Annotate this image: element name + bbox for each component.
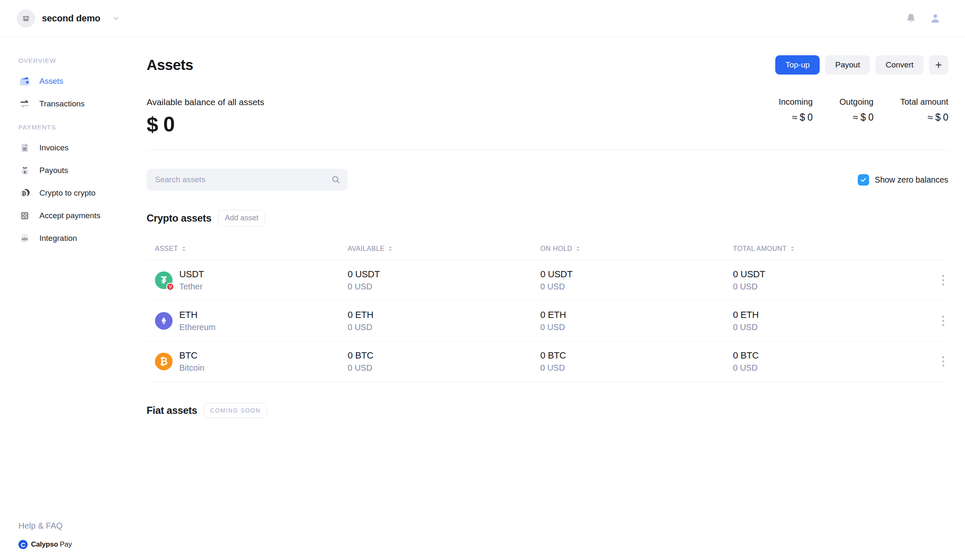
show-zero-balances-label: Show zero balances	[875, 175, 948, 185]
search-icon	[331, 175, 341, 185]
sidebar-item-assets[interactable]: Assets	[18, 70, 147, 93]
sidebar-item-label: Integration	[39, 234, 77, 243]
brand-name: CalypsoPay	[31, 540, 72, 549]
main-content: Assets Top-up Payout Convert + Available…	[147, 37, 965, 560]
eth-coin-icon	[155, 312, 173, 330]
sidebar: OVERVIEW Assets Transactions PAYMENTS	[0, 37, 147, 560]
top-bar: second demo	[0, 0, 965, 37]
sidebar-item-label: Crypto to crypto	[39, 188, 95, 198]
table-row-usdt: ₮ USDT Tether 0 USDT 0 USD	[147, 260, 948, 300]
coming-soon-badge: COMING SOON	[204, 403, 267, 418]
svg-text:</>: </>	[22, 237, 27, 241]
usdt-coin-icon: ₮	[155, 271, 173, 289]
account-avatar	[17, 9, 35, 28]
transfer-arrows-icon	[18, 98, 31, 110]
asset-symbol: BTC	[179, 350, 204, 361]
asset-name: Tether	[179, 282, 204, 292]
stat-incoming: Incoming ≈ $ 0	[779, 97, 813, 123]
search-input[interactable]	[147, 169, 348, 191]
row-menu-kebab-icon[interactable]	[942, 274, 945, 286]
asset-symbol: ETH	[179, 310, 216, 320]
table-row-btc: ₿ BTC Bitcoin 0 BTC 0 USD 0 BTC 0 USD 0	[147, 341, 948, 382]
money-bag-icon: s	[18, 164, 31, 177]
sidebar-section-overview: OVERVIEW	[18, 57, 147, 64]
row-menu-kebab-icon[interactable]	[942, 355, 945, 368]
calypso-logo-icon: C	[18, 540, 28, 549]
user-profile-icon[interactable]	[929, 12, 942, 25]
invoice-document-icon	[18, 142, 31, 154]
column-header-total-amount[interactable]: TOTAL AMOUNT	[733, 245, 926, 253]
help-faq-link[interactable]: Help & FAQ	[18, 521, 72, 531]
crypto-assets-title: Crypto assets	[147, 212, 212, 224]
sidebar-item-invoices[interactable]: Invoices	[18, 137, 147, 159]
notifications-bell-icon[interactable]	[905, 12, 917, 25]
fiat-assets-title: Fiat assets	[147, 405, 197, 416]
bitcoin-exchange-icon: ₿	[18, 187, 31, 199]
brand-logo: C CalypsoPay	[18, 540, 72, 549]
svg-text:₿: ₿	[22, 190, 26, 196]
sidebar-item-crypto-to-crypto[interactable]: ₿ Crypto to crypto	[18, 182, 147, 204]
tron-network-badge-icon	[166, 283, 174, 291]
convert-button[interactable]: Convert	[875, 55, 924, 75]
chevron-down-icon	[112, 15, 120, 22]
checkbox-checked-icon[interactable]	[858, 174, 869, 186]
sidebar-item-label: Accept payments	[39, 211, 101, 220]
column-header-asset[interactable]: ASSET	[147, 245, 348, 253]
table-row-eth: ETH Ethereum 0 ETH 0 USD 0 ETH 0 USD 0 E…	[147, 300, 948, 341]
sort-icon	[387, 245, 393, 252]
row-menu-kebab-icon[interactable]	[942, 315, 945, 327]
search-box	[147, 169, 348, 191]
stat-total-amount: Total amount ≈ $ 0	[900, 97, 948, 123]
sidebar-item-label: Invoices	[39, 143, 69, 152]
payout-button[interactable]: Payout	[825, 55, 870, 75]
sidebar-item-label: Payouts	[39, 166, 68, 175]
divider	[147, 150, 948, 150]
account-switcher[interactable]: second demo	[17, 9, 120, 28]
sidebar-item-integration[interactable]: </> Integration	[18, 227, 147, 250]
show-zero-balances-toggle[interactable]: Show zero balances	[858, 174, 948, 186]
column-header-on-hold[interactable]: ON HOLD	[540, 245, 733, 253]
sidebar-item-accept-payments[interactable]: Accept payments	[18, 204, 147, 227]
stat-outgoing: Outgoing ≈ $ 0	[839, 97, 873, 123]
balance-block: Available balance of all assets $ 0	[147, 97, 264, 137]
sidebar-item-label: Assets	[39, 77, 63, 86]
asset-name: Ethereum	[179, 323, 216, 332]
crypto-assets-table: ASSET AVAILABLE ON HOLD	[147, 238, 948, 382]
sidebar-section-payments: PAYMENTS	[18, 124, 147, 131]
code-icon: </>	[18, 232, 31, 245]
asset-name: Bitcoin	[179, 363, 204, 373]
asset-symbol: USDT	[179, 269, 204, 280]
add-asset-button[interactable]: Add asset	[218, 210, 265, 226]
balance-amount: $ 0	[147, 112, 264, 137]
sort-icon	[575, 245, 581, 252]
top-up-button[interactable]: Top-up	[775, 55, 820, 75]
sort-icon	[181, 245, 187, 252]
svg-text:s: s	[23, 169, 26, 174]
btc-coin-icon: ₿	[155, 353, 173, 370]
column-header-available[interactable]: AVAILABLE	[348, 245, 540, 253]
briefcase-icon	[21, 14, 31, 23]
wallet-icon	[18, 75, 31, 88]
sidebar-item-transactions[interactable]: Transactions	[18, 93, 147, 115]
balance-label: Available balance of all assets	[147, 97, 264, 107]
sidebar-item-payouts[interactable]: s Payouts	[18, 159, 147, 182]
account-name: second demo	[42, 13, 101, 24]
page-title: Assets	[147, 57, 193, 73]
add-button[interactable]: +	[929, 55, 948, 75]
sort-icon	[790, 245, 795, 252]
sidebar-item-label: Transactions	[39, 99, 85, 108]
qr-scan-icon	[18, 209, 31, 222]
